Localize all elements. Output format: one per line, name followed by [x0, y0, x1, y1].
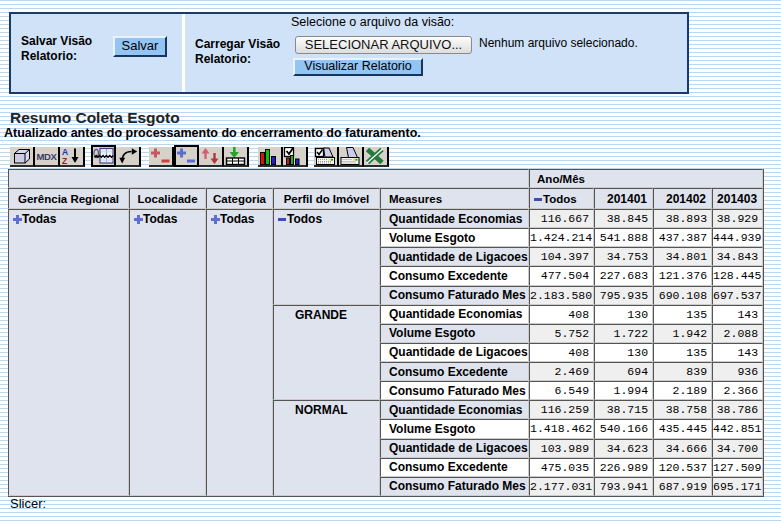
svg-text:Z: Z	[62, 156, 67, 166]
svg-text:MDX: MDX	[37, 151, 58, 162]
